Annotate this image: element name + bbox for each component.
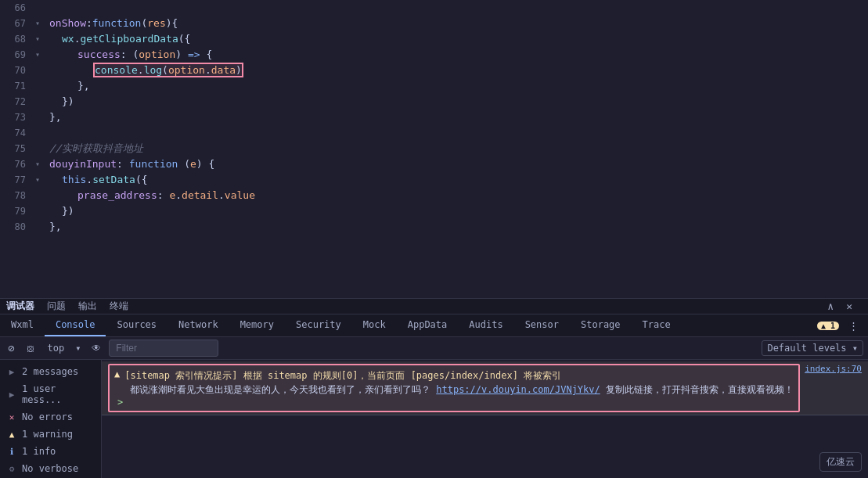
more-icon[interactable]: ⋮ — [845, 318, 862, 333]
tab-mock[interactable]: Mock — [352, 314, 397, 336]
code-content: douyinInput: function (e) { — [46, 156, 868, 172]
log-second-line: 都说涨潮时看见大鱼出现是幸运的人，今天我也看到了，亲们看到了吗？ https:/… — [114, 383, 794, 397]
line-number: 80 — [0, 219, 35, 235]
watermark: 亿速云 — [819, 452, 862, 472]
expand-icon: ▶ — [6, 366, 17, 377]
tab-memory[interactable]: Memory — [229, 314, 285, 336]
console-log-area: ▲ [sitemap 索引情况提示] 根据 sitemap 的规则[0]，当前页… — [102, 360, 868, 478]
code-content: prase_address: e.detail.value — [46, 188, 868, 203]
code-line-66: 66 — [0, 0, 868, 16]
tab-storage[interactable]: Storage — [570, 314, 632, 336]
line-number: 72 — [0, 94, 35, 110]
prompt-symbol: > — [117, 397, 123, 408]
line-number: 69 — [0, 47, 35, 63]
eye-icon[interactable]: 👁 — [88, 341, 104, 355]
line-number: 75 — [0, 141, 35, 156]
code-line-74: 74 — [0, 125, 868, 141]
sidebar-cat-info[interactable]: ℹ 1 info — [0, 443, 101, 460]
panel-controls: ∧ ✕ — [824, 299, 862, 314]
sidebar-cat-warnings[interactable]: ▲ 1 warning — [0, 426, 101, 443]
code-content: success: (option) => { — [46, 47, 868, 63]
tab-wxml[interactable]: Wxml — [0, 314, 45, 336]
code-line-68: 68 ▾ wx.getClipboardData({ — [0, 31, 868, 47]
tab-icons: ▲ 1 ⋮ — [817, 318, 868, 333]
log-entry-main: ▲ [sitemap 索引情况提示] 根据 sitemap 的规则[0]，当前页… — [108, 364, 800, 412]
no-entry-icon[interactable]: ⊘ — [5, 340, 17, 356]
sidebar-cat-messages[interactable]: ▶ 2 messages — [0, 363, 101, 380]
code-content: //实时获取抖音地址 — [46, 141, 868, 156]
filter-input[interactable] — [109, 340, 218, 357]
gear-icon: ⚙ — [6, 463, 17, 474]
line-number: 68 — [0, 31, 35, 47]
code-content: }) — [46, 94, 868, 110]
tab-network[interactable]: Network — [167, 314, 229, 336]
sidebar-cat-label: 1 warning — [22, 429, 73, 440]
line-number: 67 — [0, 16, 35, 31]
sidebar-cat-label: No errors — [22, 412, 73, 422]
tab-audits[interactable]: Audits — [458, 314, 513, 336]
code-line-73: 73 }, — [0, 110, 868, 125]
code-line-67: 67 ▾ onShow:function(res){ — [0, 16, 868, 31]
code-content: }, — [46, 219, 868, 235]
tab-console[interactable]: Console — [45, 314, 106, 336]
tab-security[interactable]: Security — [285, 314, 352, 336]
sidebar-cat-label: 1 user mess... — [22, 383, 95, 405]
code-line-79: 79 }) — [0, 203, 868, 219]
code-line-70: 70 console.log(option.data) — [0, 63, 868, 78]
tab-trace[interactable]: Trace — [632, 314, 682, 336]
line-number: 71 — [0, 78, 35, 94]
warn-line-1: ▲ [sitemap 索引情况提示] 根据 sitemap 的规则[0]，当前页… — [114, 368, 794, 383]
fold-arrow[interactable]: ▾ — [35, 47, 46, 63]
error-icon: ✕ — [6, 412, 17, 422]
code-line-71: 71 }, — [0, 78, 868, 94]
panel-label-output[interactable]: 输出 — [78, 300, 97, 313]
log-link[interactable]: https://v.douyin.com/JVNjYkv/ — [436, 384, 600, 395]
code-line-78: 78 prase_address: e.detail.value — [0, 188, 868, 203]
sidebar-cat-label: No verbose — [22, 463, 78, 474]
line-number: 76 — [0, 156, 35, 172]
warn-text-1: [sitemap 索引情况提示] 根据 sitemap 的规则[0]，当前页面 … — [124, 368, 561, 383]
line-number: 78 — [0, 188, 35, 203]
sidebar-cat-user[interactable]: ▶ 1 user mess... — [0, 380, 101, 408]
line-number: 66 — [0, 0, 35, 16]
code-content: wx.getClipboardData({ — [46, 31, 868, 47]
default-levels-label: Default levels ▾ — [767, 343, 858, 354]
panel-label-issues[interactable]: 问题 — [47, 300, 66, 313]
warning-triangle-icon: ▲ — [114, 368, 120, 379]
console-toolbar: ⊘ ⦻ top ▾ 👁 Default levels ▾ — [0, 337, 868, 360]
fold-arrow[interactable]: ▾ — [35, 156, 46, 172]
tab-sources[interactable]: Sources — [106, 314, 167, 336]
code-content: }, — [46, 110, 868, 125]
fold-arrow[interactable]: ▾ — [35, 16, 46, 31]
panel-label-debugger[interactable]: 调试器 — [6, 300, 34, 313]
tab-appdata[interactable]: AppData — [397, 314, 459, 336]
code-line-69: 69 ▾ success: (option) => { — [0, 47, 868, 63]
code-content: }, — [46, 78, 868, 94]
code-line-80: 80 }, — [0, 219, 868, 235]
code-content: }) — [46, 203, 868, 219]
code-content: onShow:function(res){ — [46, 16, 868, 31]
line-number: 73 — [0, 110, 35, 125]
sidebar-categories: ▶ 2 messages ▶ 1 user mess... ✕ No error… — [0, 360, 102, 478]
expand-icon: ▶ — [6, 389, 17, 400]
default-levels-dropdown[interactable]: Default levels ▾ — [762, 340, 863, 356]
file-reference[interactable]: index.js:70 — [805, 364, 862, 374]
fold-arrow[interactable]: ▾ — [35, 172, 46, 188]
close-icon[interactable]: ✕ — [843, 299, 855, 314]
stop-icon[interactable]: ⦻ — [22, 340, 39, 356]
fold-arrow[interactable]: ▾ — [35, 31, 46, 47]
log-entry: ▲ [sitemap 索引情况提示] 根据 sitemap 的规则[0]，当前页… — [102, 361, 868, 415]
code-line-76: 76 ▾ douyinInput: function (e) { — [0, 156, 868, 172]
chevron-up-icon[interactable]: ∧ — [824, 299, 837, 314]
panel-label-terminal[interactable]: 终端 — [110, 300, 128, 313]
sidebar-cat-verbose[interactable]: ⚙ No verbose — [0, 460, 101, 477]
sidebar-cat-errors[interactable]: ✕ No errors — [0, 408, 101, 426]
sidebar-cat-label: 2 messages — [22, 366, 78, 377]
devtools-panel: 调试器 问题 输出 终端 ∧ ✕ Wxml Console Sources Ne… — [0, 298, 868, 478]
log-text-suffix: 复制此链接，打开抖音搜索，直接观看视频！ — [606, 384, 794, 395]
line-number: 74 — [0, 125, 35, 141]
tab-sensor[interactable]: Sensor — [514, 314, 570, 336]
dropdown-icon[interactable]: ▾ — [72, 341, 84, 355]
log-text-prefix: 都说涨潮时看见大鱼出现是幸运的人，今天我也看到了，亲们看到了吗？ — [130, 384, 430, 395]
panel-label-row: 调试器 问题 输出 终端 ∧ ✕ — [0, 299, 868, 314]
